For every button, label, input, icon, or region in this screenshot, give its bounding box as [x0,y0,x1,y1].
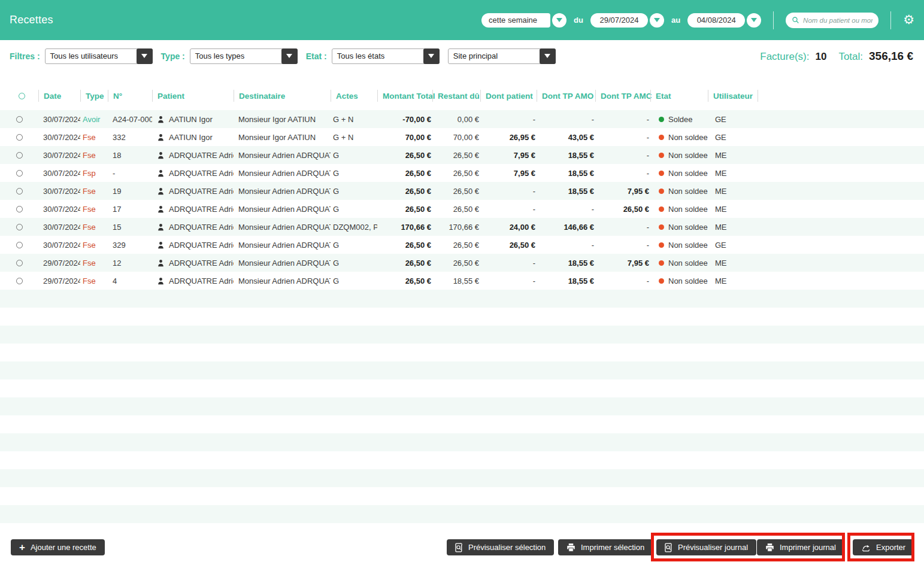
row-dont-tp-amo: 18,55 € [537,277,595,285]
select-all-radio[interactable] [19,93,25,99]
row-restant-du: 18,55 € [432,277,480,285]
table-row[interactable]: 29/07/2024 Fse 4 ADRQUATRE Adrien Monsie… [0,272,924,290]
row-restant-du: 26,50 € [432,151,480,160]
table-row[interactable]: 30/07/2024 Fsp - ADRQUATRE Adrien Monsie… [0,164,924,182]
row-radio[interactable] [16,206,23,212]
filter-bar: Filtres : Tous les utilisateurs Type : T… [0,40,924,72]
print-selection-button[interactable]: Imprimer sélection [558,539,653,555]
du-label: du [574,16,583,25]
site-filter-dropdown[interactable]: Site principal [448,48,556,64]
table-row[interactable]: 30/07/2024 Fse 15 ADRQUATRE Adrien Monsi… [0,218,924,236]
search-input[interactable] [803,17,873,24]
row-actes: G [331,277,377,285]
etat-filter-arrow[interactable] [423,48,440,64]
users-filter-dropdown[interactable]: Tous les utilisateurs [45,48,153,64]
etat-filter-dropdown[interactable]: Tous les états [332,48,440,64]
col-header-dont-tp-amo[interactable]: Dont TP AMO [537,90,595,102]
row-number: 17 [108,205,152,214]
row-radio[interactable] [16,224,23,230]
date-from-picker[interactable]: 29/07/2024 [590,13,664,28]
site-filter-arrow[interactable] [540,48,556,64]
row-number: 15 [108,223,152,232]
export-button[interactable]: Exporter [853,539,914,555]
etat-label: Etat : [306,51,327,61]
date-to-picker[interactable]: 04/08/2024 [687,13,761,28]
col-header-num[interactable]: N° [108,90,152,102]
col-header-destinataire[interactable]: Destinataire [234,90,331,102]
preview-journal-button[interactable]: Prévisualiser journal [656,539,756,555]
row-restant-du: 26,50 € [432,169,480,178]
row-patient-name: ADRQUATRE Adrien [169,259,234,268]
footer-bar: + Ajouter une recette Prévisualiser séle… [0,533,924,562]
table-row[interactable]: 30/07/2024 Fse 18 ADRQUATRE Adrien Monsi… [0,146,924,164]
table-row-empty [0,361,924,379]
row-radio[interactable] [16,278,23,284]
date-to-value[interactable]: 04/08/2024 [687,13,745,28]
person-icon [157,133,165,141]
table-row[interactable]: 30/07/2024 Fse 19 ADRQUATRE Adrien Monsi… [0,182,924,200]
col-header-restant-du[interactable]: Restant dû [432,90,480,102]
row-radio[interactable] [16,188,23,195]
period-select-value[interactable]: cette semaine [481,13,550,28]
gear-icon[interactable]: ⚙ [903,14,914,26]
top-bar: Recettes cette semaine du 29/07/2024 au … [0,0,924,40]
row-radio[interactable] [16,170,23,177]
divider [773,11,774,29]
col-header-etat[interactable]: Etat [650,90,708,102]
row-date: 30/07/2024 [38,241,80,250]
preview-selection-button[interactable]: Prévisualiser sélection [447,539,554,555]
person-icon [157,116,165,123]
table-row-empty [0,433,924,451]
table-row[interactable]: 29/07/2024 Fse 12 ADRQUATRE Adrien Monsi… [0,254,924,272]
users-filter-value: Tous les utilisateurs [46,49,137,63]
col-header-patient[interactable]: Patient [152,90,234,102]
status-dot [659,117,664,122]
select-all-radio-cell[interactable] [0,90,38,102]
table-row[interactable]: 30/07/2024 Avoir A24-07-0001 AATIUN Igor… [0,110,924,128]
row-type: Fsp [80,169,108,178]
date-from-value[interactable]: 29/07/2024 [590,13,648,28]
date-to-arrow[interactable] [747,13,761,28]
col-header-date[interactable]: Date [38,90,80,102]
print-journal-button[interactable]: Imprimer journal [757,539,844,555]
table-row[interactable]: 30/07/2024 Fse 332 AATIUN Igor Monsieur … [0,128,924,146]
status-dot [659,224,664,230]
users-filter-arrow[interactable] [137,48,153,64]
row-radio[interactable] [16,260,23,266]
col-header-actes[interactable]: Actes [331,90,377,102]
col-header-dont-tp-amc[interactable]: Dont TP AMC [595,90,650,102]
row-radio[interactable] [16,242,23,248]
row-date: 29/07/2024 [38,277,80,285]
type-filter-dropdown[interactable]: Tous les types [190,48,298,64]
row-number: 332 [108,133,152,142]
search-box[interactable] [786,13,878,28]
table-row[interactable]: 30/07/2024 Fse 329 ADRQUATRE Adrien Mons… [0,236,924,254]
row-number: 4 [108,277,152,285]
col-header-montant-total[interactable]: Montant Total [377,90,432,102]
row-radio[interactable] [16,134,23,141]
row-actes: G + N [331,115,377,124]
period-select[interactable]: cette semaine [481,13,566,28]
add-recette-button[interactable]: + Ajouter une recette [11,539,105,555]
type-filter-arrow[interactable] [281,48,298,64]
row-dont-tp-amo: 43,05 € [537,133,595,142]
status-dot [659,189,664,194]
col-header-utilisateur[interactable]: Utilisateur [708,90,758,102]
row-radio[interactable] [16,152,23,159]
col-header-type[interactable]: Type [80,90,108,102]
divider [890,11,891,29]
chevron-down-icon [286,54,292,58]
row-number: 18 [108,151,152,160]
row-utilisateur: ME [708,205,758,214]
row-restant-du: 170,66 € [432,223,480,232]
col-header-dont-patient[interactable]: Dont patient [480,90,537,102]
row-patient: AATIUN Igor [152,115,234,124]
date-from-arrow[interactable] [650,13,664,28]
row-dont-tp-amc: 7,95 € [595,259,650,268]
recettes-page: Recettes cette semaine du 29/07/2024 au … [0,0,924,562]
period-select-arrow[interactable] [552,13,566,28]
row-radio[interactable] [16,116,23,123]
row-restant-du: 26,50 € [432,259,480,268]
row-dont-tp-amo: 18,55 € [537,187,595,196]
table-row[interactable]: 30/07/2024 Fse 17 ADRQUATRE Adrien Monsi… [0,200,924,218]
